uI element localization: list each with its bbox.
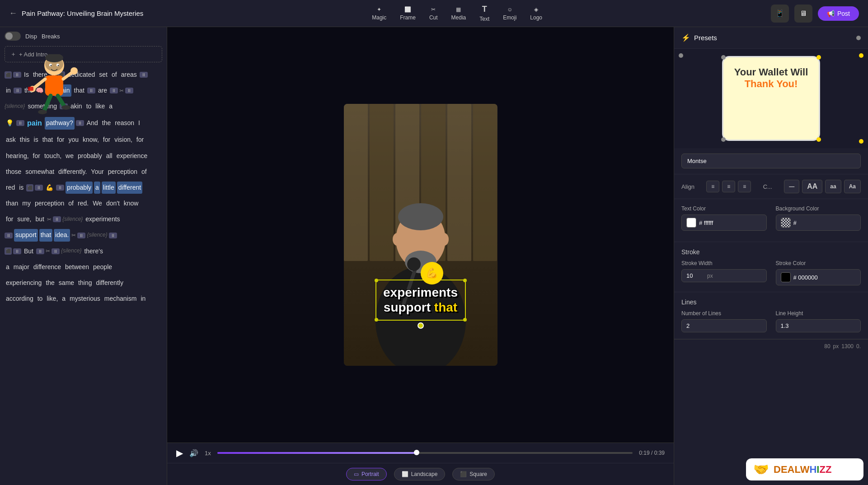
align-left-button[interactable]: ≡: [706, 181, 719, 192]
text-color-swatch[interactable]: [686, 218, 696, 228]
cut-button[interactable]: ✂: [71, 232, 76, 238]
nav-text[interactable]: T Text: [479, 5, 489, 22]
stroke-color-input: [776, 269, 861, 285]
bg-color-swatch[interactable]: [781, 218, 791, 228]
word-highlighted: probably: [66, 182, 93, 194]
portrait-label: Portrait: [361, 471, 379, 477]
align-right-button[interactable]: ≡: [738, 181, 751, 192]
bg-color-group: Background Color: [776, 205, 861, 231]
segment-button[interactable]: ⬛: [5, 71, 12, 79]
logo-label: Logo: [530, 14, 542, 21]
progress-bar[interactable]: [217, 452, 633, 454]
time-display: 0:19 / 0:39: [639, 450, 665, 456]
nav-frame[interactable]: ⬜ Frame: [400, 6, 416, 21]
nav-cut[interactable]: ✂ Cut: [429, 6, 438, 21]
word: differently: [94, 277, 124, 289]
volume-button[interactable]: 🔊: [189, 449, 198, 457]
pause-button[interactable]: ⏸: [56, 185, 64, 191]
word: don't: [105, 197, 121, 210]
nav-media[interactable]: ▦ Media: [451, 6, 466, 21]
pause-button[interactable]: ⏸: [140, 72, 148, 78]
word: is: [18, 182, 25, 194]
lightning-icon: ⚡: [681, 33, 690, 42]
word: experiments: [84, 213, 121, 225]
pause-button[interactable]: ⏸: [109, 233, 117, 238]
svg-rect-7: [45, 75, 63, 96]
pause-button[interactable]: ⏸: [52, 248, 60, 254]
silence-tag: {silence}: [61, 246, 81, 256]
magic-icon: ✦: [377, 6, 381, 13]
svg-line-12: [58, 96, 64, 106]
word: areas: [120, 69, 138, 81]
cut-button[interactable]: ✂: [47, 216, 52, 223]
lines-num-input[interactable]: [681, 319, 767, 332]
pause-button[interactable]: ⏸: [77, 233, 85, 238]
pause-button[interactable]: ⏸: [13, 248, 21, 254]
landscape-button[interactable]: ⬜ Landscape: [394, 468, 446, 480]
speed-button[interactable]: 1x: [205, 450, 211, 457]
progress-thumb[interactable]: [414, 450, 419, 455]
line-height-label: Line Height: [776, 310, 861, 317]
svg-point-24: [407, 257, 421, 271]
segment-button[interactable]: ⬛: [26, 184, 33, 191]
nav-emoji[interactable]: ☺ Emoji: [503, 6, 516, 21]
small-aa-button[interactable]: aa: [825, 180, 841, 193]
cut-button[interactable]: ✂: [46, 248, 50, 254]
pause-button[interactable]: ⏸: [110, 88, 118, 93]
person-svg: [357, 149, 484, 366]
bg-color-hex[interactable]: [793, 219, 830, 226]
pause-button[interactable]: ⏸: [53, 216, 61, 222]
capitalize-button[interactable]: Aa: [844, 180, 861, 193]
pause-button[interactable]: ⏸: [125, 88, 133, 93]
back-button[interactable]: ←: [9, 9, 17, 18]
presets-header: ⚡ Presets: [674, 27, 868, 49]
word: for: [5, 213, 14, 225]
play-button[interactable]: ▶: [176, 448, 183, 458]
resize-handle-tr[interactable]: [463, 279, 467, 282]
resize-handle-tl[interactable]: [375, 279, 378, 282]
presets-label: Presets: [694, 34, 717, 42]
deal-word: DEAL: [774, 464, 800, 475]
word: But: [23, 245, 35, 257]
segment-button[interactable]: ⬛: [5, 247, 12, 255]
subtitle-overlay[interactable]: experiments support that: [375, 280, 466, 321]
decrease-size-button[interactable]: —: [784, 180, 799, 193]
stroke-color-hex[interactable]: [793, 274, 830, 281]
lines-num-label: Number of Lines: [681, 310, 767, 317]
portrait-button[interactable]: ▭ Portrait: [346, 468, 387, 480]
word: that: [41, 134, 54, 146]
pause-button[interactable]: ⏸: [87, 88, 95, 93]
svg-point-21: [393, 233, 402, 246]
nav-logo[interactable]: ◈ Logo: [530, 6, 542, 21]
stroke-color-swatch[interactable]: [781, 272, 791, 282]
font-input[interactable]: [681, 154, 861, 168]
display-toggle[interactable]: [5, 32, 21, 41]
pause-button[interactable]: ⏸: [35, 185, 43, 191]
stroke-width-group: Stroke Width px: [681, 260, 767, 285]
breaks-label: Breaks: [42, 33, 60, 40]
line-height-input[interactable]: [776, 319, 861, 332]
transcript-line: for sure, but ✂ ⏸ {silence} experiments: [5, 213, 162, 225]
pause-button[interactable]: ⏸: [36, 248, 44, 254]
mobile-preview-btn[interactable]: 📱: [771, 5, 789, 23]
stroke-width-value[interactable]: [686, 272, 704, 279]
align-center-button[interactable]: ≡: [722, 181, 735, 192]
pause-button[interactable]: ⏸: [5, 233, 13, 238]
rotate-handle[interactable]: [418, 322, 424, 329]
text-color-hex[interactable]: [699, 219, 735, 226]
word: a: [5, 261, 11, 273]
post-label: Post: [837, 10, 850, 17]
desktop-preview-btn[interactable]: 🖥: [794, 5, 812, 23]
post-button[interactable]: 📢 Post: [818, 6, 859, 21]
color-section: Text Color Background Color: [674, 199, 868, 242]
nav-magic[interactable]: ✦ Magic: [372, 6, 386, 21]
portrait-icon: ▭: [354, 471, 359, 477]
word: And: [85, 117, 99, 129]
bottom-val3: 1300: [841, 343, 854, 350]
cut-button[interactable]: ✂: [119, 88, 124, 94]
pause-button[interactable]: ⏸: [13, 72, 21, 78]
square-button[interactable]: ⬛ Square: [452, 468, 495, 480]
pause-button[interactable]: ⏸: [16, 120, 24, 126]
large-aa-button[interactable]: AA: [802, 180, 822, 193]
pause-button[interactable]: ⏸: [14, 88, 22, 93]
